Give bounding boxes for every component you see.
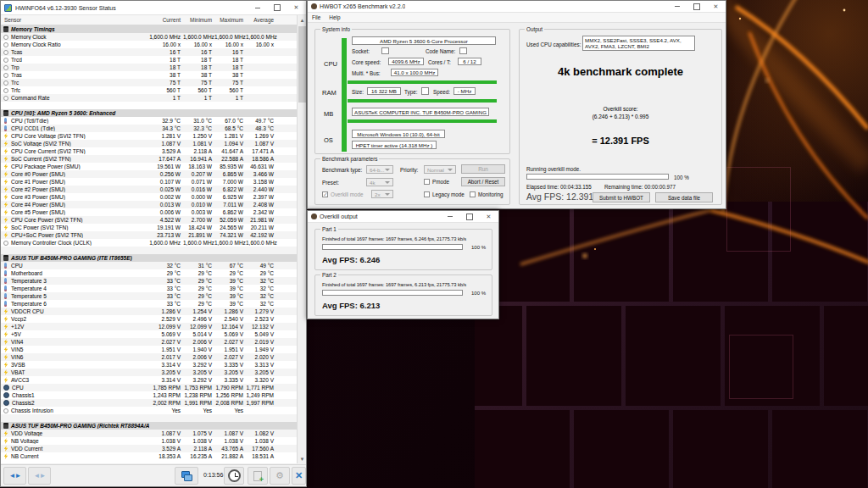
save-data-file-button[interactable]: Save data file bbox=[655, 192, 713, 202]
sensor-section-row[interactable]: ASUS TUF B450M-PRO GAMING (Richtek RT889… bbox=[1, 422, 297, 430]
close-icon[interactable] bbox=[706, 1, 726, 12]
sensor-row[interactable]: Tcas16 T16 T16 T bbox=[1, 48, 297, 56]
sensor-row[interactable]: VDDCR CPU1.286 V1.254 V1.286 V1.279 V bbox=[1, 308, 297, 315]
cores-threads-label: Cores / T: bbox=[428, 59, 451, 65]
sensor-row[interactable]: SoC Power (SVI2 TFN)19.191 W18.424 W24.5… bbox=[1, 224, 297, 231]
sensor-row[interactable]: Core #4 Power (SMU)0.013 W0.010 W7.011 W… bbox=[1, 201, 297, 208]
scroll-down-icon[interactable]: ▼ bbox=[298, 454, 307, 463]
settings-button[interactable]: ⚙ bbox=[270, 467, 290, 485]
sensor-section-row[interactable]: ASUS TUF B450M-PRO GAMING (ITE IT8655E) bbox=[1, 254, 297, 262]
sensor-row[interactable]: Chassis22,002 RPM1,991 RPM2,008 RPM1,997… bbox=[1, 399, 297, 407]
sensor-row[interactable]: Vccp22.529 V2.496 V2.540 V2.523 V bbox=[1, 315, 297, 323]
overkill-mode-checkbox[interactable]: Overkill mode bbox=[322, 191, 364, 197]
sensor-row[interactable]: CPU CCD1 (Tdie)34.3 °C32.3 °C68.5 °C48.3… bbox=[1, 125, 297, 132]
menu-file[interactable]: File bbox=[308, 14, 325, 20]
close-icon[interactable] bbox=[287, 1, 306, 14]
sensor-row[interactable]: Core #5 Power (SMU)0.006 W0.003 W6.862 W… bbox=[1, 208, 297, 216]
sensor-row[interactable]: SoC Voltage (SVI2 TFN)1.087 V1.081 V1.09… bbox=[1, 140, 297, 147]
sensor-row[interactable]: CPU Package Power (SMU)19.561 W18.163 W8… bbox=[1, 163, 297, 170]
sensor-value: 12.132 V bbox=[246, 324, 276, 330]
sensor-row[interactable]: Motherboard29 °C29 °C29 °C29 °C bbox=[1, 269, 297, 277]
sensor-row[interactable]: VBAT3.205 V3.205 V3.205 V3.205 V bbox=[1, 369, 297, 376]
remote-monitoring-button[interactable] bbox=[175, 467, 198, 485]
sensor-row[interactable]: VIN51.951 V1.940 V1.951 V1.949 V bbox=[1, 346, 297, 353]
sensor-row[interactable]: Temperature 633 °C29 °C39 °C32 °C bbox=[1, 300, 297, 308]
sensor-row[interactable]: Core #1 Power (SMU)0.107 W0.071 W7.000 W… bbox=[1, 178, 297, 186]
pmode-checkbox[interactable]: Pmode bbox=[424, 179, 449, 185]
sensor-section-row[interactable]: Memory Timings bbox=[1, 25, 297, 33]
nav-skip-button[interactable]: ◄► bbox=[28, 467, 51, 485]
sensor-row[interactable]: CPU1,785 RPM1,753 RPM1,790 RPM1,771 RPM bbox=[1, 384, 297, 391]
priority-dropdown[interactable]: Normal bbox=[424, 165, 456, 174]
maximize-icon[interactable] bbox=[459, 211, 479, 222]
sensor-row[interactable]: AVCC33.314 V3.292 V3.335 V3.320 V bbox=[1, 376, 297, 384]
preset-dropdown[interactable]: 4k bbox=[366, 178, 393, 186]
minimize-icon[interactable] bbox=[667, 1, 687, 12]
sensor-row[interactable]: CPU Core Power (SVI2 TFN)4.522 W2.700 W5… bbox=[1, 216, 297, 224]
column-minimum[interactable]: Minimum bbox=[183, 17, 214, 23]
column-sensor[interactable]: Sensor bbox=[1, 17, 149, 23]
benchmark-type-dropdown[interactable]: 64-b... bbox=[366, 165, 393, 174]
sensor-row[interactable]: CPU Core Voltage (SVI2 TFN)1.281 V1.250 … bbox=[1, 132, 297, 140]
submit-to-hwbot-button[interactable]: Submit to HWBOT bbox=[593, 192, 650, 202]
sensor-row[interactable]: CPU Core Current (SVI2 TFN)3.529 A2.118 … bbox=[1, 147, 297, 155]
monitoring-checkbox[interactable]: Monitoring bbox=[470, 191, 503, 197]
abort-reset-button[interactable]: Abort / Reset bbox=[461, 177, 505, 186]
sensor-row[interactable]: Temperature 533 °C29 °C39 °C32 °C bbox=[1, 292, 297, 300]
sensor-section-row[interactable]: CPU [#0]: AMD Ryzen 5 3600: Enhanced bbox=[1, 109, 297, 117]
sensor-row[interactable]: Chassis IntrusionYesYesYes bbox=[1, 407, 297, 414]
sensor-row[interactable]: +12V12.099 V12.099 V12.164 V12.132 V bbox=[1, 323, 297, 330]
maximize-icon[interactable] bbox=[687, 1, 706, 12]
sensor-table-header[interactable]: Sensor Current Minimum Maximum Average bbox=[1, 15, 297, 25]
vertical-scrollbar[interactable]: ▲ ▼ bbox=[297, 15, 306, 463]
sensor-row[interactable]: Command Rate1 T1 T1 T bbox=[1, 94, 297, 102]
sensor-row[interactable]: CPU+SoC Power (SVI2 TFN)23.713 W21.891 W… bbox=[1, 231, 297, 239]
sensor-row[interactable]: Trfc560 T560 T560 T bbox=[1, 86, 297, 94]
sensor-row[interactable]: Trc75 T75 T75 T bbox=[1, 79, 297, 86]
overkill-titlebar[interactable]: Overkill output bbox=[308, 211, 498, 223]
menu-help[interactable]: Help bbox=[325, 14, 344, 20]
clock-button[interactable] bbox=[224, 467, 244, 485]
nav-back-forward-button[interactable]: ◄► bbox=[3, 467, 26, 485]
sensor-row[interactable]: Temperature 433 °C29 °C39 °C32 °C bbox=[1, 285, 297, 292]
sensor-row[interactable]: Memory Clock Ratio16.00 x16.00 x16.00 x1… bbox=[1, 41, 297, 48]
hwbot-titlebar[interactable]: HWBOT x265 Benchmark v2.2.0 bbox=[308, 1, 726, 13]
sensor-row[interactable]: VDD Voltage1.087 V1.075 V1.087 V1.082 V bbox=[1, 430, 297, 437]
sensor-row[interactable]: VIN42.027 V2.006 V2.027 V2.019 V bbox=[1, 338, 297, 346]
sensor-row[interactable]: Trp18 T18 T18 T bbox=[1, 64, 297, 71]
close-sensors-button[interactable]: ✕ bbox=[292, 467, 306, 485]
sensor-row[interactable]: NB Current18.353 A16.235 A21.882 A18.531… bbox=[1, 452, 297, 460]
minimize-icon[interactable] bbox=[248, 1, 267, 14]
sensor-row[interactable]: Memory Controller Clock (UCLK)1,600.0 MH… bbox=[1, 239, 297, 247]
column-average[interactable]: Average bbox=[246, 17, 276, 23]
sensor-row[interactable]: +5V5.069 V5.014 V5.069 V5.049 V bbox=[1, 330, 297, 338]
scrollbar-thumb[interactable] bbox=[298, 26, 306, 103]
hwinfo-titlebar[interactable]: HWiNFO64 v6.12-3930 Sensor Status bbox=[1, 1, 306, 15]
sensor-row[interactable]: Temperature 333 °C29 °C39 °C32 °C bbox=[1, 277, 297, 285]
sensor-row[interactable]: Memory Clock1,600.0 MHz1,600.0 MHz1,600.… bbox=[1, 33, 297, 41]
sensor-row[interactable]: Trcd18 T18 T18 T bbox=[1, 56, 297, 64]
maximize-icon[interactable] bbox=[267, 1, 287, 14]
sensor-row[interactable]: Chassis11,243 RPM1,238 RPM1,256 RPM1,249… bbox=[1, 391, 297, 399]
sensor-row[interactable]: Core #0 Power (SMU)0.256 W0.207 W6.865 W… bbox=[1, 170, 297, 178]
scroll-up-icon[interactable]: ▲ bbox=[298, 15, 307, 25]
column-current[interactable]: Current bbox=[149, 17, 183, 23]
sensor-row[interactable]: 3VSB3.314 V3.292 V3.335 V3.313 V bbox=[1, 361, 297, 369]
close-icon[interactable] bbox=[479, 211, 498, 222]
sensor-row[interactable]: VIN62.017 V2.006 V2.027 V2.020 V bbox=[1, 353, 297, 361]
legacy-mode-checkbox[interactable]: Legacy mode bbox=[424, 191, 465, 197]
logging-button[interactable] bbox=[248, 467, 268, 485]
column-maximum[interactable]: Maximum bbox=[214, 17, 246, 23]
sensor-row[interactable]: Core #3 Power (SMU)0.002 W0.000 W6.925 W… bbox=[1, 193, 297, 201]
overkill-multiplier-dropdown[interactable]: 2x bbox=[371, 190, 393, 198]
minimize-icon[interactable] bbox=[440, 211, 459, 222]
sensor-row[interactable]: SoC Current (SVI2 TFN)17.647 A16.941 A22… bbox=[1, 155, 297, 163]
sensor-row[interactable]: VDD Current3.529 A2.118 A43.765 A17.560 … bbox=[1, 445, 297, 452]
sensor-row[interactable]: CPU32 °C31 °C67 °C49 °C bbox=[1, 262, 297, 269]
hwinfo-sensor-table[interactable]: Memory TimingsMemory Clock1,600.0 MHz1,6… bbox=[1, 25, 297, 463]
sensor-row[interactable]: Tras38 T38 T38 T bbox=[1, 71, 297, 79]
sensor-row[interactable]: Core #2 Power (SMU)0.025 W0.016 W6.822 W… bbox=[1, 186, 297, 193]
sensor-row[interactable]: CPU (Tctl/Tdie)32.9 °C31.0 °C67.0 °C49.7… bbox=[1, 117, 297, 125]
sensor-row[interactable]: NB Voltage1.038 V1.038 V1.038 V1.038 V bbox=[1, 437, 297, 445]
run-button[interactable]: Run bbox=[461, 164, 505, 174]
